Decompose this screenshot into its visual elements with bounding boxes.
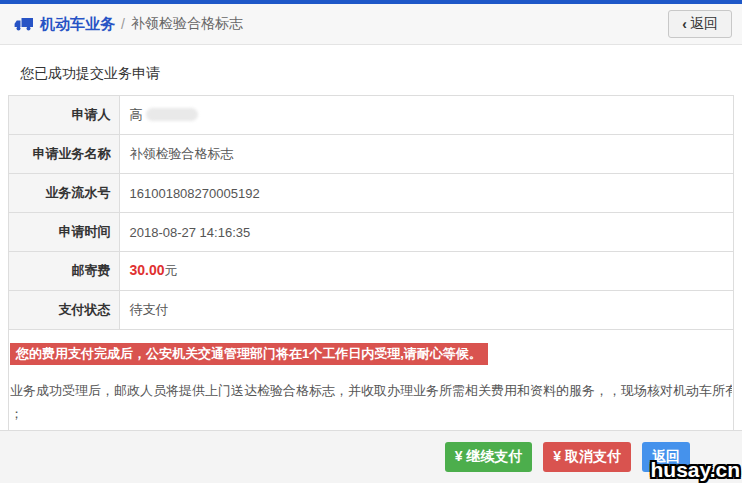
main-content: 您已成功提交业务申请 申请人 高 申请业务名称 补领检验合格标志 业务流水号 1… [0,65,742,478]
note-line-1: 业务成功受理后，邮政人员将提供上门送达检验合格标志，并收取办理业务所需相关费用和… [10,379,732,402]
row-value: 161001808270005192 [119,174,733,213]
back-button-label: 返回 [690,15,718,33]
breadcrumb-current: 补领检验合格标志 [131,15,243,33]
row-value: 高 [119,96,733,135]
truck-icon [14,16,34,32]
table-row: 申请人 高 [9,96,733,135]
table-row: 邮寄费 30.00元 [9,252,733,291]
row-label: 支付状态 [9,291,119,330]
row-value: 30.00元 [119,252,733,291]
watermark: husay.cn [651,458,740,482]
note-line-2: ； [10,402,732,425]
success-message: 您已成功提交业务申请 [20,65,734,83]
row-label: 邮寄费 [9,252,119,291]
continue-payment-button[interactable]: ¥ 继续支付 [445,442,533,472]
table-row: 申请业务名称 补领检验合格标志 [9,135,733,174]
breadcrumb-root[interactable]: 机动车业务 [40,15,115,34]
page-header: 机动车业务 / 补领检验合格标志 ‹ 返回 [0,4,742,45]
table-row: 申请时间 2018-08-27 14:16:35 [9,213,733,252]
fee-amount: 30.00 [130,262,165,278]
application-panel: 申请人 高 申请业务名称 补领检验合格标志 业务流水号 161001808270… [8,95,734,478]
application-details-table: 申请人 高 申请业务名称 补领检验合格标志 业务流水号 161001808270… [9,96,733,330]
action-footer: ¥ 继续支付 ¥ 取消支付 返回 [0,430,742,483]
row-value: 2018-08-27 14:16:35 [119,213,733,252]
back-button[interactable]: ‹ 返回 [668,10,732,38]
table-row: 业务流水号 161001808270005192 [9,174,733,213]
row-value: 补领检验合格标志 [119,135,733,174]
payment-notice-banner: 您的费用支付完成后，公安机关交通管理部门将在1个工作日内受理,请耐心等候。 [10,343,488,365]
table-row: 支付状态 待支付 [9,291,733,330]
row-label: 申请人 [9,96,119,135]
row-label: 申请时间 [9,213,119,252]
breadcrumb: 机动车业务 / 补领检验合格标志 [14,15,243,34]
fee-unit: 元 [165,263,178,278]
cancel-payment-button[interactable]: ¥ 取消支付 [543,442,631,472]
breadcrumb-separator: / [121,16,125,32]
chevron-left-icon: ‹ [682,16,687,32]
row-value: 待支付 [119,291,733,330]
redacted-name-blur [146,108,198,121]
applicant-name: 高 [130,107,143,122]
row-label: 业务流水号 [9,174,119,213]
row-label: 申请业务名称 [9,135,119,174]
